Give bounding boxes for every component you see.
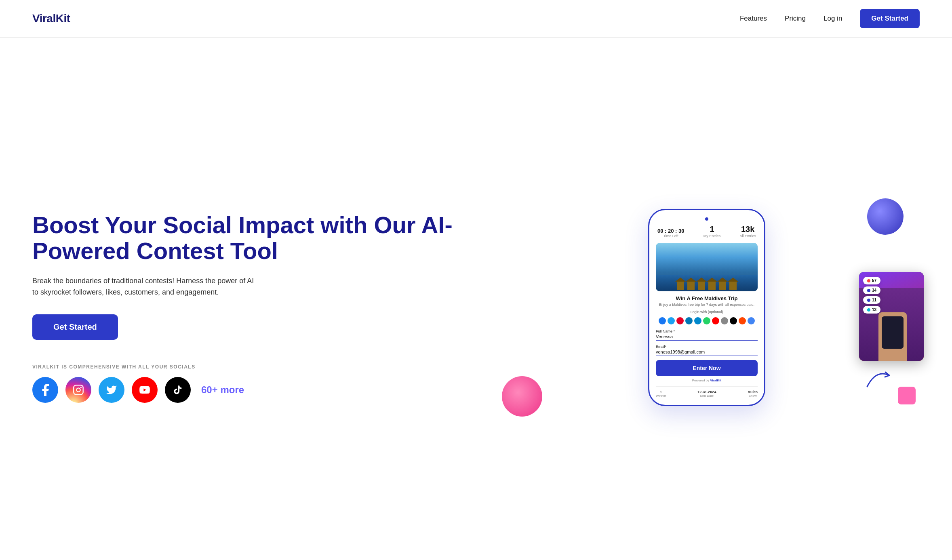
- notif-badge-comment: 34: [863, 286, 880, 294]
- notif-badge-heart: 57: [863, 277, 880, 284]
- hut-2: [687, 281, 695, 290]
- maldives-huts: [656, 281, 758, 291]
- deco-arrow-icon: [863, 362, 895, 396]
- enter-now-button[interactable]: Enter Now: [656, 360, 758, 376]
- share-gc-icon: [748, 317, 755, 324]
- deco-pink-circle: [502, 376, 542, 417]
- powered-by-label: Powered by: [692, 379, 709, 382]
- tiktok-icon: [165, 377, 191, 403]
- my-entries-value: 1: [703, 225, 721, 234]
- phone-mockup: 00 : 20 : 30 Time Left 1 My Entries 13k …: [648, 209, 765, 406]
- time-left-stat: 00 : 20 : 30 Time Left: [657, 228, 685, 238]
- twitter-icon: [99, 377, 124, 403]
- share-wa-icon: [703, 317, 710, 324]
- hut-1: [677, 281, 684, 290]
- hut-6: [729, 281, 737, 290]
- time-left-value: 00 : 20 : 30: [657, 228, 685, 234]
- comment-icon: [867, 289, 870, 292]
- share-em-icon: [721, 317, 728, 324]
- share-rd-icon: [739, 317, 746, 324]
- powered-by-brand: ViralKit: [710, 379, 721, 382]
- hero-get-started-button[interactable]: Get Started: [32, 314, 118, 340]
- rules-val: Show: [748, 394, 758, 398]
- message-icon: [867, 299, 870, 302]
- share-tk-icon: [730, 317, 737, 324]
- share-fb-icon: [659, 317, 666, 324]
- email-field-group: Email* venesa1998@gmail.com: [656, 345, 758, 356]
- svg-point-2: [80, 387, 82, 388]
- winner-info: 1 Winner: [656, 390, 666, 398]
- phone-notch: [656, 217, 758, 221]
- winner-label: Winner: [656, 394, 666, 398]
- hero-left: Boost Your Social Impact with Our AI-Pow…: [32, 212, 494, 403]
- social-icons-list: 60+ more: [32, 377, 494, 403]
- facebook-icon: [32, 377, 58, 403]
- contest-image: [656, 243, 758, 291]
- end-date-val: 12-31-2024: [697, 390, 716, 394]
- phone-notch-bar: [705, 217, 708, 221]
- brand-logo: ViralKit: [32, 12, 70, 25]
- social-media-card: 57 34 11 13: [859, 272, 924, 361]
- end-date-label: End Date: [697, 394, 716, 398]
- rules-label: Rules: [748, 390, 758, 394]
- hut-3: [698, 281, 705, 290]
- share-icons: [656, 317, 758, 324]
- svg-rect-0: [74, 385, 83, 394]
- email-label: Email*: [656, 345, 758, 349]
- powered-by: Powered by ViralKit: [656, 379, 758, 382]
- card-image: 57 34 11 13: [859, 272, 924, 361]
- time-left-label: Time Left: [657, 234, 685, 238]
- social-label: VIRALKIT IS COMPREHENSIVE WITH ALL YOUR …: [32, 364, 494, 370]
- contest-desc: Enjoy a Maldives free trip for 7 days wi…: [656, 303, 758, 307]
- share-li-icon: [685, 317, 693, 324]
- contest-image-inner: [656, 243, 758, 291]
- hero-title: Boost Your Social Impact with Our AI-Pow…: [32, 212, 494, 264]
- nav-features[interactable]: Features: [740, 15, 767, 23]
- email-value: venesa1998@gmail.com: [656, 349, 758, 356]
- name-value: Venessa: [656, 334, 758, 341]
- share-yt-icon: [712, 317, 719, 324]
- name-label: Full Name *: [656, 329, 758, 333]
- social-section: VIRALKIT IS COMPREHENSIVE WITH ALL YOUR …: [32, 364, 494, 403]
- hero-right: 57 34 11 13: [494, 166, 920, 449]
- share-tg-icon: [694, 317, 701, 324]
- share-icon: [867, 308, 870, 312]
- hut-5: [719, 281, 726, 290]
- end-date-info: 12-31-2024 End Date: [697, 390, 716, 398]
- rules-info: Rules Show: [748, 390, 758, 398]
- instagram-icon: [65, 377, 91, 403]
- name-field-group: Full Name * Venessa: [656, 329, 758, 341]
- winner-val: 1: [656, 390, 666, 394]
- youtube-icon: [132, 377, 158, 403]
- notif-badge-message: 11: [863, 296, 880, 304]
- nav-get-started-button[interactable]: Get Started: [860, 9, 920, 28]
- hero-subtitle: Break the boundaries of traditional cont…: [32, 275, 259, 299]
- phone-stats: 00 : 20 : 30 Time Left 1 My Entries 13k …: [656, 225, 758, 238]
- notif-badge-share: 13: [863, 306, 880, 314]
- my-entries-label: My Entries: [703, 234, 721, 238]
- share-pi-icon: [676, 317, 684, 324]
- heart-icon: [867, 279, 870, 282]
- contest-login-note: Login with (optional): [656, 310, 758, 314]
- bottom-info: 1 Winner 12-31-2024 End Date Rules Show: [656, 386, 758, 398]
- nav-pricing[interactable]: Pricing: [785, 15, 806, 23]
- more-label: 60+ more: [201, 384, 244, 396]
- deco-blue-circle: [867, 198, 904, 235]
- contest-title: Win A Free Maldives Trip: [656, 295, 758, 301]
- my-entries-stat: 1 My Entries: [703, 225, 721, 238]
- deco-pink-square: [898, 387, 916, 404]
- all-entries-value: 13k: [739, 225, 756, 234]
- nav-links: Features Pricing Log in Get Started: [740, 9, 920, 28]
- navbar: ViralKit Features Pricing Log in Get Sta…: [0, 0, 952, 38]
- svg-point-1: [76, 388, 80, 392]
- all-entries-label: All Entries: [739, 234, 756, 238]
- all-entries-stat: 13k All Entries: [739, 225, 756, 238]
- hero-section: Boost Your Social Impact with Our AI-Pow…: [0, 38, 952, 560]
- nav-login[interactable]: Log in: [824, 15, 842, 23]
- share-tw-icon: [668, 317, 675, 324]
- hut-4: [708, 281, 716, 290]
